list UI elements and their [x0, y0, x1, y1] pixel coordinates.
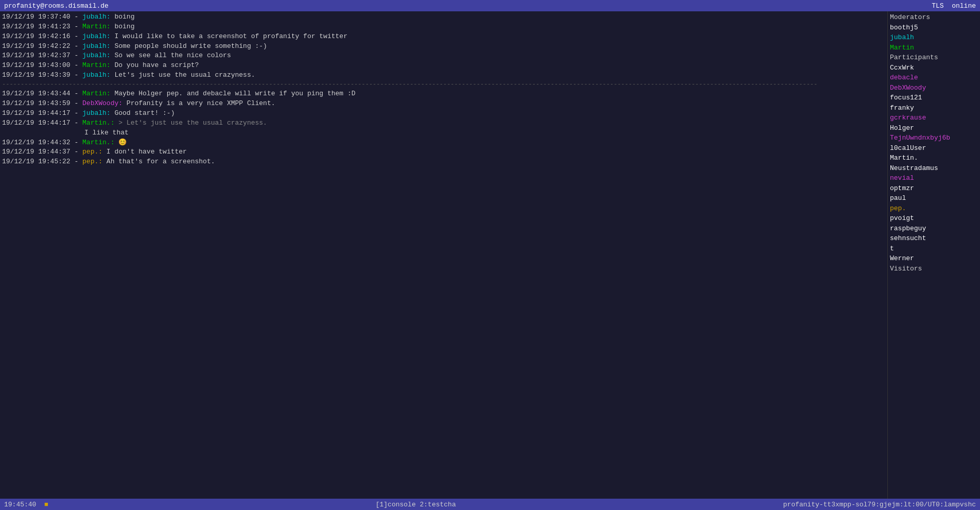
participants-header: Participants — [890, 53, 978, 63]
chat-message: 19/12/19 19:44:17 - jubalh: Good start! … — [2, 109, 885, 118]
roster-nick[interactable]: jubalh — [890, 32, 978, 43]
roster-nick[interactable]: nevial — [890, 173, 978, 183]
chat-message: 19/12/19 19:44:32 - Martin.: 😊 — [2, 138, 885, 148]
message-text: Ah that's for a screenshot. — [107, 158, 215, 165]
message-text: Let's just use the usual crazyness. — [114, 71, 255, 79]
message-nick: jubalh: — [82, 42, 111, 50]
roster-nick[interactable]: Holger — [890, 123, 978, 133]
roster-nick[interactable]: pvoigt — [890, 213, 978, 224]
message-timestamp: 19/12/19 19:44:17 - — [2, 119, 82, 127]
roster-nick[interactable]: debacle — [890, 73, 978, 83]
message-timestamp: 19/12/19 19:44:37 - — [2, 148, 82, 156]
message-text: Do you have a script? — [114, 61, 199, 69]
roster-nick[interactable]: Martin. — [890, 153, 978, 163]
chat-message: 19/12/19 19:41:23 - Martin: boing — [2, 22, 885, 32]
status-bar: 19:45:40 ■ [1]console 2:testcha profanit… — [0, 499, 980, 510]
chat-message: 19/12/19 19:42:16 - jubalh: I would like… — [2, 32, 885, 42]
message-timestamp: 19/12/19 19:45:22 - — [2, 158, 82, 165]
message-text: > Let's just use the usual crazyness. — [118, 119, 267, 127]
message-timestamp: 19/12/19 19:41:23 - — [2, 23, 82, 30]
message-nick: pep.: — [82, 158, 102, 165]
message-continuation: I like that — [2, 129, 129, 137]
message-nick: jubalh: — [82, 32, 111, 40]
message-timestamp: 19/12/19 19:44:17 - — [2, 109, 82, 117]
roster-nick[interactable]: focus121 — [890, 93, 978, 103]
message-text: Maybe Holger pep. and debacle will write… — [114, 90, 355, 97]
message-text: Some people should write something :-) — [114, 42, 267, 50]
message-text: boing — [114, 13, 134, 21]
roster-nick[interactable]: boothj5 — [890, 23, 978, 33]
message-timestamp: 19/12/19 19:43:44 - — [2, 90, 82, 97]
status-middle: [1]console 2:testcha — [376, 501, 456, 508]
roster-panel: Moderators boothj5jubalhMartin Participa… — [887, 11, 980, 499]
roster-nick[interactable]: raspbeguy — [890, 224, 978, 234]
chat-message: 19/12/19 19:43:00 - Martin: Do you have … — [2, 61, 885, 71]
message-timestamp: 19/12/19 19:44:32 - — [2, 139, 82, 146]
chat-message: 19/12/19 19:44:37 - pep.: I don't have t… — [2, 147, 885, 157]
message-text: boing — [114, 23, 134, 30]
chat-message: 19/12/19 19:44:17 - Martin.: > Let's jus… — [2, 118, 885, 138]
message-text: Good start! :-) — [114, 109, 174, 117]
room-title: profanity@rooms.dismail.de — [4, 2, 109, 10]
message-text: Profanity is a very nice XMPP Client. — [127, 99, 275, 107]
message-timestamp: 19/12/19 19:42:16 - — [2, 32, 82, 40]
message-nick: jubalh: — [82, 13, 111, 21]
roster-moderators-list: boothj5jubalhMartin — [890, 23, 978, 53]
chat-message: 19/12/19 19:45:22 - pep.: Ah that's for … — [2, 157, 885, 167]
status-right: profanity-tt3xmpp-sol79:gjejm:lt:00/UT0:… — [783, 501, 976, 508]
message-timestamp: 19/12/19 19:42:37 - — [2, 52, 82, 59]
moderators-header: Moderators — [890, 12, 978, 23]
roster-nick[interactable]: t — [890, 244, 978, 254]
message-nick: DebXWoody: — [82, 99, 122, 107]
message-timestamp: 19/12/19 19:37:40 - — [2, 13, 82, 21]
chat-message: 19/12/19 19:43:59 - DebXWoody: Profanity… — [2, 99, 885, 109]
chat-message: 19/12/19 19:43:44 - Martin: Maybe Holger… — [2, 89, 885, 99]
roster-nick[interactable]: l0calUser — [890, 143, 978, 154]
message-text: I would like to take a screenshot of pro… — [114, 32, 347, 40]
roster-nick[interactable]: Werner — [890, 253, 978, 264]
title-bar: profanity@rooms.dismail.de TLS online — [0, 0, 980, 11]
chat-message: 19/12/19 19:42:22 - jubalh: Some people … — [2, 42, 885, 52]
message-timestamp: 19/12/19 19:43:00 - — [2, 61, 82, 69]
message-timestamp: 19/12/19 19:42:22 - — [2, 42, 82, 50]
roster-nick[interactable]: sehnsucht — [890, 233, 978, 244]
message-text: So we see all the nice colors — [114, 52, 231, 59]
roster-nick[interactable]: DebXWoody — [890, 83, 978, 93]
roster-participants-list: CcxWrkdebacleDebXWoodyfocus121frankygcrk… — [890, 63, 978, 264]
message-nick: Martin: — [82, 23, 111, 30]
chat-message: 19/12/19 19:43:39 - jubalh: Let's just u… — [2, 71, 885, 80]
main-area: 19/12/19 19:37:40 - jubalh: boing19/12/1… — [0, 11, 980, 499]
roster-nick[interactable]: TejnUwndnxbyj6b — [890, 133, 978, 143]
chat-message: 19/12/19 19:37:40 - jubalh: boing — [2, 12, 885, 22]
roster-nick[interactable]: Martin — [890, 43, 978, 53]
message-timestamp: 19/12/19 19:43:39 - — [2, 71, 82, 79]
message-nick: pep.: — [82, 148, 102, 156]
message-timestamp: 19/12/19 19:43:59 - — [2, 99, 82, 107]
roster-nick[interactable]: gcrkrause — [890, 113, 978, 123]
roster-nick[interactable]: optmzr — [890, 183, 978, 194]
message-nick: Martin: — [82, 90, 111, 97]
roster-nick[interactable]: CcxWrk — [890, 63, 978, 73]
separator-line: ----------------------------------------… — [2, 80, 885, 89]
chat-area[interactable]: 19/12/19 19:37:40 - jubalh: boing19/12/1… — [0, 11, 887, 499]
roster-nick[interactable]: franky — [890, 103, 978, 113]
roster-nick[interactable]: Neustradamus — [890, 163, 978, 174]
message-nick: Martin.: — [82, 119, 114, 127]
message-nick: Martin: — [82, 61, 111, 69]
message-text: 😊 — [118, 139, 127, 146]
roster-nick[interactable]: paul — [890, 193, 978, 203]
roster-nick[interactable]: pep. — [890, 203, 978, 214]
message-nick: jubalh: — [82, 109, 111, 117]
message-nick: jubalh: — [82, 52, 111, 59]
chat-message: 19/12/19 19:42:37 - jubalh: So we see al… — [2, 51, 885, 61]
message-text: I don't have twitter — [107, 148, 187, 156]
visitors-header: Visitors — [890, 264, 978, 274]
message-nick: Martin.: — [82, 139, 114, 146]
status-time: 19:45:40 ■ — [4, 501, 48, 508]
message-nick: jubalh: — [82, 71, 111, 79]
tls-online-status: TLS online — [932, 2, 976, 10]
